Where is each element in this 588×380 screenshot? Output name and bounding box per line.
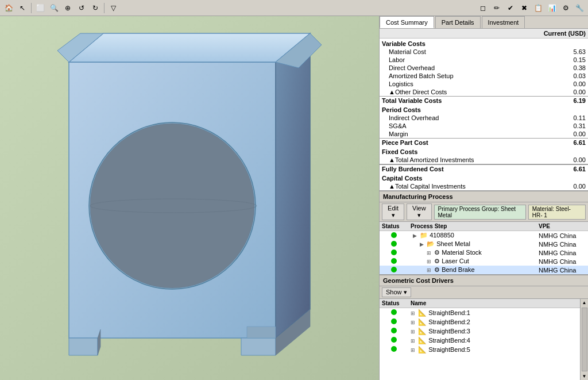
mfg-vpe-4: NMHG China [536,266,588,274]
expand-icon-4[interactable]: ⊞ [427,267,431,273]
toolbar-sep-1 [31,3,32,13]
status-dot-1 [391,241,397,247]
svg-marker-8 [241,338,276,355]
row-total-amortized: ▲Total Amortized Investments 0.00 [380,156,588,164]
toolbar-btn-zoom-in[interactable]: ⊕ [61,2,74,14]
status-dot-0 [391,232,397,238]
toolbar-btn-right-5[interactable]: 📋 [532,2,544,14]
geo-row-4[interactable]: ⊞ 📐 StraightBend:5 [380,345,588,354]
view-button[interactable]: View ▾ [407,204,431,220]
cost-summary-table: Current (USD) Variable Costs Material Co… [380,29,588,190]
toolbar-btn-rotate-right[interactable]: ↻ [89,2,102,14]
geo-row-0[interactable]: ⊞ 📐 StraightBend:1 [380,308,588,318]
mfg-col-process: Process Step [408,222,536,231]
geo-icon-4: 📐 [418,346,427,354]
row-total-capital: ▲Total Capital Investments 0.00 [380,182,588,190]
mfg-node-label-0: 4108850 [430,232,454,239]
tab-cost-summary[interactable]: Cost Summary [380,16,434,28]
scroll-down-arrow[interactable]: ▼ [581,373,588,380]
mfg-row-2[interactable]: ⊞ ⚙ Material Stock NMHG China [380,248,588,257]
scroll-thumb[interactable] [582,308,587,371]
geometric-tree: Status Name ⊞ 📐 StraightBend:1 [380,299,588,380]
expand-icon-2[interactable]: ⊞ [427,250,431,256]
geometric-header: Geometric Cost Drivers [380,275,588,286]
node-icon-3: ⚙ [434,258,440,264]
row-sga: SG&A 0.31 [380,122,588,130]
mfg-row-3[interactable]: ⊞ ⚙ Laser Cut NMHG China [380,257,588,266]
show-button[interactable]: Show ▾ [382,287,411,297]
geo-expand-4[interactable]: ⊞ [411,347,415,353]
main-container: 🏠 ↖ ⬜ 🔍 ⊕ ↺ ↻ ▽ ◻ ✏ ✔ ✖ 📋 📊 ⚙ 🔧 [0,0,588,380]
row-other-direct-costs: ▲Other Direct Costs 0.00 [380,88,588,97]
toolbar-btn-right-8[interactable]: 🔧 [573,2,586,14]
manufacturing-tree: Status Process Step VPE ▶ [380,222,588,274]
scrollbar[interactable]: ▲ ▼ [580,299,588,380]
expand-icon-0[interactable]: ▶ [413,233,417,239]
toolbar-btn-right-6[interactable]: 📊 [546,2,558,14]
node-icon-4: ⚙ [434,266,440,273]
mfg-vpe-0: NMHG China [536,231,588,240]
geo-label-0: StraightBend:1 [428,309,470,316]
node-icon-1: 📂 [427,240,435,247]
row-logistics: Logistics 0.00 [380,80,588,88]
toolbar-btn-right-1[interactable]: ◻ [477,2,489,14]
section-fixed-costs: Fixed Costs [380,147,588,156]
geometric-section: Geometric Cost Drivers Show ▾ Status Nam… [380,274,588,380]
geo-row-3[interactable]: ⊞ 📐 StraightBend:4 [380,336,588,345]
geo-label-3: StraightBend:4 [428,337,470,344]
geo-expand-3[interactable]: ⊞ [411,338,415,344]
status-dot-4 [391,267,397,272]
row-amortized-batch: Amortized Batch Setup 0.03 [380,72,588,80]
tab-investment[interactable]: Investment [482,16,525,28]
mfg-vpe-2: NMHG China [536,248,588,257]
mfg-vpe-1: NMHG China [536,240,588,248]
scroll-up-arrow[interactable]: ▲ [581,299,588,306]
svg-marker-5 [69,33,310,62]
3d-part-svg [0,16,379,380]
toolbar-btn-right-7[interactable]: ⚙ [559,2,572,14]
toolbar-btn-right-3[interactable]: ✔ [504,2,517,14]
geo-col-name: Name [408,299,588,308]
toolbar-btn-cursor[interactable]: ↖ [16,2,29,14]
row-margin: Margin 0.00 [380,130,588,139]
svg-marker-12 [247,327,276,338]
expand-icon-1[interactable]: ▶ [420,241,424,247]
status-dot-3 [391,258,397,264]
expand-icon-3[interactable]: ⊞ [427,259,431,264]
mfg-node-label-3: Laser Cut [442,258,469,264]
section-period-costs: Period Costs [380,105,588,114]
svg-point-3 [90,124,254,288]
col-header-name [380,29,520,39]
section-capital-costs: Capital Costs [380,173,588,182]
geo-col-status: Status [380,299,408,308]
tab-bar: Cost Summary Part Details Investment [380,16,588,29]
geo-expand-1[interactable]: ⊞ [411,320,415,325]
row-direct-overhead: Direct Overhead 0.38 [380,64,588,72]
geo-icon-0: 📐 [418,309,427,317]
edit-button[interactable]: Edit ▾ [382,204,404,220]
geo-status-dot-1 [391,318,397,324]
toolbar-btn-rect[interactable]: ⬜ [34,2,47,14]
toolbar-btn-zoom-fit[interactable]: 🔍 [48,2,60,14]
geo-row-2[interactable]: ⊞ 📐 StraightBend:3 [380,327,588,336]
geo-expand-2[interactable]: ⊞ [411,329,415,335]
toolbar-btn-view[interactable]: ▽ [107,2,119,14]
tab-part-details[interactable]: Part Details [435,16,481,28]
mfg-vpe-3: NMHG China [536,257,588,266]
toolbar-btn-right-2[interactable]: ✏ [490,2,503,14]
mfg-row-1[interactable]: ▶ 📂 Sheet Metal NMHG China [380,240,588,248]
toolbar-btn-right-4[interactable]: ✖ [518,2,531,14]
geo-row-1[interactable]: ⊞ 📐 StraightBend:2 [380,317,588,327]
primary-process-tag: Primary Process Group: Sheet Metal [434,205,526,220]
toolbar-btn-rotate-left[interactable]: ↺ [75,2,88,14]
geo-expand-0[interactable]: ⊞ [411,310,415,316]
right-panel: Cost Summary Part Details Investment Cur… [379,16,588,380]
toolbar-btn-home[interactable]: 🏠 [2,2,15,14]
viewport[interactable] [0,16,379,380]
geo-icon-3: 📐 [418,336,427,344]
geo-label-1: StraightBend:2 [428,318,470,325]
geo-icon-2: 📐 [418,327,427,335]
mfg-row-0[interactable]: ▶ 📁 4108850 NMHG China [380,231,588,240]
mfg-row-4[interactable]: ⊞ ⚙ Bend Brake NMHG China [380,266,588,274]
row-indirect-overhead: Indirect Overhead 0.11 [380,114,588,122]
